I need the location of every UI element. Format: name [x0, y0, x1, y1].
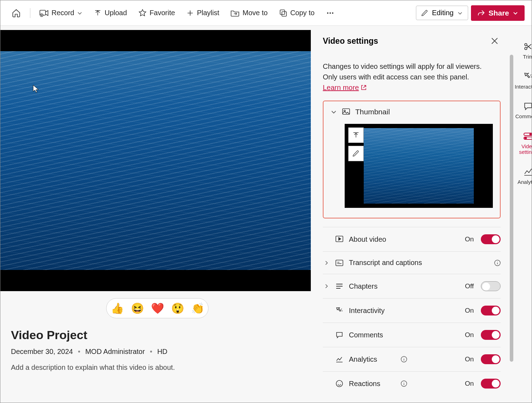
analytics-icon	[335, 356, 344, 363]
settings-description: Changes to video settings will apply for…	[323, 61, 485, 93]
thumbnail-image	[364, 128, 474, 204]
video-date: December 30, 2024	[11, 348, 73, 356]
home-button[interactable]	[7, 6, 25, 20]
folder-move-icon	[230, 9, 240, 17]
record-label: Record	[52, 9, 74, 17]
copy-icon	[279, 9, 288, 17]
reaction-heart[interactable]: ❤️	[151, 302, 164, 314]
thumbnail-label: Thumbnail	[355, 108, 390, 116]
comments-row[interactable]: Comments On	[323, 323, 501, 347]
svg-point-5	[330, 12, 331, 14]
upload-icon	[352, 131, 360, 139]
thumbnail-preview	[345, 124, 493, 208]
rail-comments[interactable]: Comments	[514, 101, 532, 120]
playlist-label: Playlist	[197, 9, 219, 17]
thumbnail-upload-button[interactable]	[348, 127, 364, 143]
about-video-row[interactable]: About video On	[323, 227, 501, 252]
chapters-label: Chapters	[349, 282, 460, 290]
reactions-toggle[interactable]	[481, 379, 501, 389]
editing-button[interactable]: Editing	[416, 6, 468, 20]
chevron-right-icon	[323, 283, 330, 289]
rail-interactivity[interactable]: Interactivity	[514, 71, 532, 90]
record-button[interactable]: Record	[35, 6, 87, 20]
info-icon[interactable]	[401, 356, 407, 362]
captions-icon	[335, 259, 344, 266]
rail-analytics[interactable]: Analytics	[514, 167, 532, 185]
settings-scrollbar[interactable]	[509, 35, 514, 403]
analytics-label: Analytics	[349, 355, 397, 363]
moveto-label: Move to	[242, 9, 267, 17]
list-icon	[335, 283, 344, 289]
more-button[interactable]	[322, 6, 339, 20]
image-icon	[342, 108, 350, 116]
about-video-label: About video	[349, 235, 460, 243]
video-player[interactable]	[0, 30, 311, 291]
chevron-down-icon	[457, 10, 463, 16]
chapters-row[interactable]: Chapters Off	[323, 274, 501, 299]
settings-desc-text: Changes to video settings will apply for…	[323, 62, 482, 81]
svg-point-6	[332, 12, 333, 14]
settings-title: Video settings	[323, 36, 378, 46]
interactivity-toggle[interactable]	[481, 306, 501, 315]
star-icon	[138, 9, 147, 17]
interactivity-row[interactable]: Interactivity On	[323, 299, 501, 323]
interactivity-state: On	[465, 307, 474, 314]
moveto-button[interactable]: Move to	[226, 6, 272, 20]
share-label: Share	[489, 9, 509, 17]
svg-point-18	[530, 133, 532, 135]
transcript-label: Transcript and captions	[349, 259, 490, 267]
meta-separator: •	[78, 348, 80, 356]
scrollbar-thumb[interactable]	[510, 55, 513, 362]
video-settings-panel: Video settings Changes to video settings…	[314, 26, 532, 403]
svg-point-4	[327, 12, 328, 14]
home-icon	[12, 8, 21, 18]
analytics-row[interactable]: Analytics On	[323, 347, 501, 372]
video-meta-line: December 30, 2024 • MOD Administrator • …	[11, 348, 314, 356]
favorite-button[interactable]: Favorite	[134, 6, 179, 20]
playlist-button[interactable]: Playlist	[182, 6, 223, 20]
copyto-label: Copy to	[290, 9, 315, 17]
toolbar-divider	[30, 8, 30, 18]
comment-icon	[335, 331, 344, 338]
analytics-toggle[interactable]	[481, 354, 501, 364]
rail-trim-label: Trim	[523, 54, 532, 60]
video-description-placeholder[interactable]: Add a description to explain what this v…	[11, 363, 314, 372]
video-meta: Video Project December 30, 2024 • MOD Ad…	[0, 318, 314, 372]
favorite-label: Favorite	[150, 9, 175, 17]
svg-rect-3	[282, 12, 286, 16]
chapters-toggle[interactable]	[481, 281, 501, 291]
share-button[interactable]: Share	[471, 5, 525, 21]
info-icon[interactable]	[401, 380, 407, 387]
thumbnail-edit-button[interactable]	[348, 146, 364, 161]
reaction-laugh[interactable]: 😆	[131, 302, 144, 314]
play-box-icon	[335, 235, 344, 243]
rail-trim[interactable]: Trim	[514, 41, 532, 60]
transcript-row[interactable]: Transcript and captions	[323, 252, 501, 274]
close-settings-button[interactable]	[489, 35, 501, 47]
plus-icon	[186, 9, 194, 17]
right-rail: Trim Interactivity Comments Video settin…	[514, 35, 532, 403]
ellipsis-icon	[326, 9, 334, 17]
upload-button[interactable]: Upload	[90, 6, 131, 20]
reaction-clap[interactable]: 👏	[191, 302, 204, 314]
video-content	[0, 51, 311, 270]
upload-label: Upload	[104, 9, 127, 17]
reaction-surprised[interactable]: 😲	[171, 302, 184, 314]
chevron-right-icon	[323, 260, 330, 266]
copyto-button[interactable]: Copy to	[275, 6, 319, 20]
thumbnail-section-header[interactable]: Thumbnail	[331, 108, 493, 116]
info-icon[interactable]	[494, 260, 501, 266]
chevron-down-icon	[513, 10, 518, 16]
pencil-icon	[352, 150, 359, 157]
learn-more-link[interactable]: Learn more	[323, 82, 367, 93]
about-video-toggle[interactable]	[481, 234, 501, 244]
rail-comments-label: Comments	[515, 114, 532, 120]
reaction-thumbs-up[interactable]: 👍	[111, 302, 124, 314]
rail-video-settings[interactable]: Video settings	[514, 131, 532, 155]
comments-toggle[interactable]	[481, 330, 501, 340]
about-video-state: On	[465, 235, 474, 243]
video-quality: HD	[157, 348, 168, 356]
reactions-row[interactable]: Reactions On	[323, 372, 501, 396]
camera-plus-icon	[40, 9, 49, 17]
main-area: 👍 😆 ❤️ 😲 👏 Video Project December 30, 20…	[0, 26, 532, 403]
